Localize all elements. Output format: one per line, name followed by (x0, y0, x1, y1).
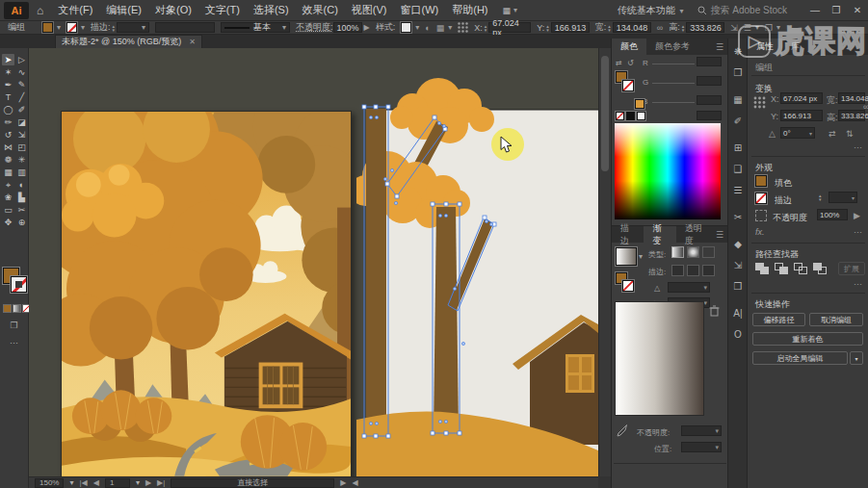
r-slider[interactable] (652, 64, 695, 64)
gradient-angle-field[interactable]: ▾ (668, 282, 710, 293)
tree-trunk-middle[interactable] (434, 207, 459, 431)
align-panel-icon[interactable]: ☰ (728, 185, 748, 195)
appearance-panel-icon[interactable]: ✂ (728, 212, 748, 222)
reference-point-icon[interactable] (458, 22, 468, 33)
stroke-indicator[interactable] (11, 276, 27, 293)
tool-eraser[interactable]: ◪ (15, 116, 28, 128)
menu-help[interactable]: 帮助(H) (445, 3, 494, 17)
x-field[interactable]: 67.024 px (488, 22, 531, 33)
preferences-grid-icon[interactable]: ▦▾ (436, 23, 453, 33)
fill-color-swatch[interactable] (42, 22, 53, 33)
stop-opacity-field[interactable]: ▾ (681, 425, 722, 436)
tab-stroke[interactable]: 描边 (612, 226, 644, 243)
menu-effect[interactable]: 效果(C) (296, 3, 345, 17)
stroke-weight-stepper[interactable]: ▴▾ (819, 193, 822, 201)
b-slider[interactable] (652, 102, 695, 103)
pathfinder-panel-icon[interactable]: ❑ (728, 164, 748, 174)
close-button[interactable]: ✕ (847, 5, 868, 15)
global-edit-button[interactable]: 启动全局编辑 (752, 351, 848, 365)
stroke-along-button[interactable] (687, 265, 699, 276)
tool-hand[interactable]: ✥ (2, 217, 14, 228)
arrow-right-icon[interactable]: ▶ (854, 211, 860, 220)
tool-line[interactable]: ╱ (15, 91, 28, 103)
adobe-stock-search[interactable]: 搜索 Adobe Stock (697, 4, 787, 17)
tool-symbol-sprayer[interactable]: ❀ (2, 192, 14, 203)
gradient-slider[interactable] (615, 301, 704, 416)
more-tools-icon[interactable]: ··· (8, 337, 20, 348)
y-field[interactable]: 166.913 (780, 110, 823, 121)
opacity-field[interactable]: 100% (333, 22, 362, 33)
global-edit-dropdown[interactable]: ▾ (850, 351, 863, 365)
menu-object[interactable]: 对象(O) (148, 3, 198, 17)
tab-libraries[interactable]: 库 (782, 39, 808, 55)
black-swatch[interactable] (626, 112, 635, 120)
tool-gradient[interactable]: ▥ (15, 167, 28, 178)
variable-width-profile-field[interactable] (155, 22, 215, 33)
tool-width[interactable]: ⋈ (2, 141, 14, 153)
r-value-field[interactable] (697, 57, 722, 66)
gradient-mode-button[interactable] (13, 304, 21, 313)
tool-type[interactable]: T (2, 91, 14, 103)
pathfinder-minus-front-icon[interactable] (775, 263, 789, 274)
tool-free-transform[interactable]: ◰ (15, 141, 28, 153)
width-field[interactable]: 134.048 (838, 92, 865, 104)
artboard-dropdown-icon[interactable]: ▾ (136, 478, 140, 487)
stroke-weight-field[interactable]: ▾ (829, 192, 857, 203)
tool-rotate[interactable]: ↺ (2, 129, 14, 141)
menu-type[interactable]: 文字(T) (198, 3, 247, 17)
color-mode-button[interactable] (3, 304, 12, 313)
g-slider[interactable] (652, 83, 695, 84)
character-panel-icon[interactable]: A| (728, 308, 748, 319)
restore-button[interactable]: ❐ (826, 5, 847, 15)
expand-button[interactable]: 扩展 (838, 262, 865, 275)
canvas-vertical-scrollbar[interactable] (598, 48, 611, 476)
recolor-button[interactable]: 重新着色 (752, 332, 863, 346)
tab-transparency[interactable]: 透明度 (676, 226, 716, 243)
graphic-styles-panel-icon[interactable]: ✐ (728, 116, 748, 126)
tool-shape-builder[interactable]: ❁ (2, 154, 14, 166)
x-field[interactable]: 67.024 px (780, 92, 823, 104)
swap-colors-icon[interactable]: ⇄ (616, 59, 622, 67)
flip-vertical-icon[interactable]: ⇅ (846, 129, 854, 139)
width-field[interactable]: 134.048 (613, 22, 651, 33)
stroke-color-swatch[interactable] (66, 22, 77, 33)
symbols-panel-icon[interactable]: ▦ (728, 94, 748, 105)
paragraph-panel-icon[interactable]: O (728, 329, 748, 340)
menu-view[interactable]: 视图(V) (345, 3, 394, 17)
gradient-swatch-chevron[interactable]: ▾ (639, 252, 643, 261)
zoom-dropdown-icon[interactable]: ▾ (69, 478, 73, 487)
arrange-documents-icon[interactable]: ▦ (503, 6, 513, 15)
panel-stroke-swatch[interactable] (622, 80, 634, 91)
brushes-panel-icon[interactable]: ❐ (728, 67, 748, 78)
stroke-weight-stepper[interactable]: ▴▾ (113, 24, 116, 32)
tab-properties[interactable]: 属性 (748, 39, 782, 55)
white-swatch[interactable] (637, 112, 645, 120)
stop-position-field[interactable]: ▾ (681, 442, 722, 452)
revert-colors-icon[interactable]: ↺ (627, 59, 634, 67)
panel-menu-icon[interactable]: ☰ (716, 230, 723, 240)
brush-definition-field[interactable]: 基本▾ (221, 22, 290, 33)
fx-button[interactable]: fx. (755, 227, 765, 237)
artboard-1-finished-illustration[interactable] (61, 111, 352, 476)
stroke-across-button[interactable] (702, 265, 715, 276)
menu-edit[interactable]: 编辑(E) (99, 3, 148, 17)
stroke-weight-field[interactable]: ▾ (117, 22, 149, 33)
tool-lasso[interactable]: ∿ (15, 66, 28, 78)
transform-panel-icon[interactable]: ⊞ (728, 142, 748, 153)
y-field[interactable]: 166.913 (551, 22, 590, 33)
alpha-value-field[interactable] (697, 111, 722, 120)
offset-path-button[interactable]: 偏移路径 (752, 313, 805, 326)
layers-panel-icon[interactable]: ◆ (728, 239, 748, 249)
tool-ellipse[interactable]: ◯ (2, 104, 14, 116)
home-icon[interactable]: ⌂ (37, 4, 43, 17)
radial-gradient-button[interactable] (687, 246, 699, 258)
rotation-field[interactable]: 0°▾ (780, 127, 815, 139)
distribute-options-icon[interactable]: ❐▾ (765, 23, 780, 33)
pathfinder-intersect-icon[interactable] (794, 263, 808, 274)
opacity-label[interactable]: 不透明度: (296, 21, 333, 34)
canvas[interactable] (29, 48, 598, 476)
asset-export-panel-icon[interactable]: ⇲ (728, 260, 748, 270)
artboard-2-work-in-progress[interactable] (356, 77, 598, 476)
document-setup-icon[interactable]: ◐ (425, 23, 430, 33)
tool-live-paint[interactable]: ✳ (15, 154, 28, 166)
